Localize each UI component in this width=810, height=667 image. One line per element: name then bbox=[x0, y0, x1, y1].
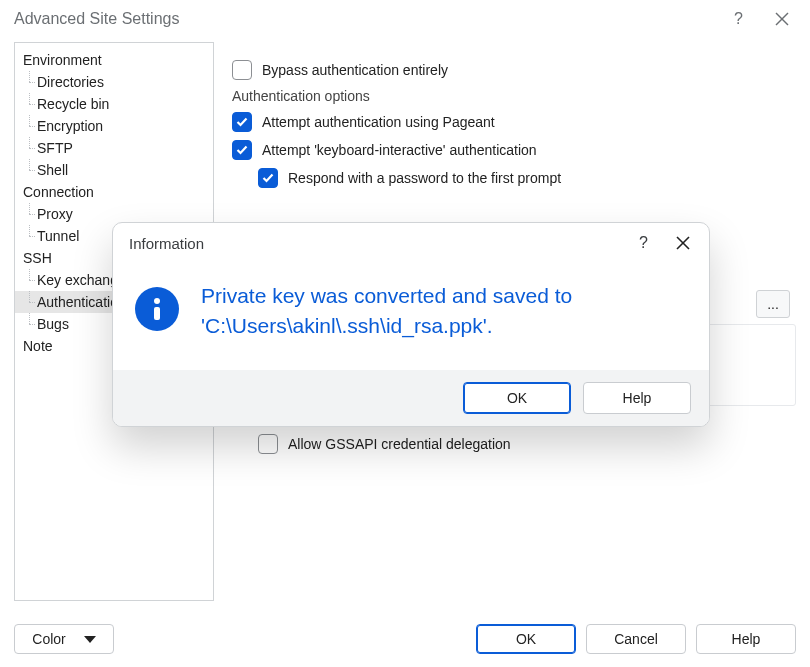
gssapi-deleg-label: Allow GSSAPI credential delegation bbox=[288, 436, 511, 452]
gssapi-deleg-row[interactable]: Allow GSSAPI credential delegation bbox=[232, 434, 790, 454]
pageant-row[interactable]: Attempt authentication using Pageant bbox=[232, 112, 790, 132]
bypass-label: Bypass authentication entirely bbox=[262, 62, 448, 78]
ok-label: OK bbox=[516, 631, 536, 647]
modal-help-button[interactable]: Help bbox=[583, 382, 691, 414]
dialog-button-row: Color OK Cancel Help bbox=[0, 611, 810, 667]
cancel-button[interactable]: Cancel bbox=[586, 624, 686, 654]
close-icon[interactable] bbox=[760, 4, 804, 34]
svg-point-6 bbox=[154, 298, 160, 304]
browse-label: ... bbox=[767, 296, 779, 312]
modal-title: Information bbox=[129, 235, 204, 252]
nav-item-shell[interactable]: Shell bbox=[15, 159, 213, 181]
nav-item-recycle-bin[interactable]: Recycle bin bbox=[15, 93, 213, 115]
svg-text:?: ? bbox=[734, 10, 743, 27]
modal-titlebar: Information ? bbox=[113, 223, 709, 263]
kbi-row[interactable]: Attempt 'keyboard-interactive' authentic… bbox=[232, 140, 790, 160]
info-icon bbox=[135, 287, 179, 331]
svg-rect-7 bbox=[154, 307, 160, 320]
information-dialog: Information ? Private key was converted … bbox=[112, 222, 710, 427]
nav-item-environment[interactable]: Environment bbox=[15, 49, 213, 71]
ok-button[interactable]: OK bbox=[476, 624, 576, 654]
pageant-label: Attempt authentication using Pageant bbox=[262, 114, 495, 130]
keyfile-browse-button[interactable]: ... bbox=[756, 290, 790, 318]
modal-close-icon[interactable] bbox=[663, 228, 703, 258]
color-button[interactable]: Color bbox=[14, 624, 114, 654]
respond-pw-checkbox[interactable] bbox=[258, 168, 278, 188]
modal-ok-button[interactable]: OK bbox=[463, 382, 571, 414]
bypass-row[interactable]: Bypass authentication entirely bbox=[232, 60, 790, 80]
kbi-checkbox[interactable] bbox=[232, 140, 252, 160]
modal-help-icon[interactable]: ? bbox=[623, 228, 663, 258]
modal-ok-label: OK bbox=[507, 390, 527, 406]
window-title: Advanced Site Settings bbox=[14, 10, 179, 28]
modal-button-row: OK Help bbox=[113, 370, 709, 426]
gssapi-deleg-checkbox[interactable] bbox=[258, 434, 278, 454]
nav-item-directories[interactable]: Directories bbox=[15, 71, 213, 93]
modal-body: Private key was converted and saved to '… bbox=[113, 263, 709, 370]
respond-pw-row[interactable]: Respond with a password to the first pro… bbox=[232, 168, 790, 188]
help-button[interactable]: Help bbox=[696, 624, 796, 654]
pageant-checkbox[interactable] bbox=[232, 112, 252, 132]
help-label: Help bbox=[732, 631, 761, 647]
nav-item-sftp[interactable]: SFTP bbox=[15, 137, 213, 159]
advanced-site-settings-window: Advanced Site Settings ? EnvironmentDire… bbox=[0, 0, 810, 667]
auth-options-label: Authentication options bbox=[232, 88, 790, 104]
bypass-checkbox[interactable] bbox=[232, 60, 252, 80]
nav-item-connection[interactable]: Connection bbox=[15, 181, 213, 203]
modal-help-label: Help bbox=[623, 390, 652, 406]
cancel-label: Cancel bbox=[614, 631, 658, 647]
respond-pw-label: Respond with a password to the first pro… bbox=[288, 170, 561, 186]
svg-text:?: ? bbox=[639, 234, 648, 251]
help-icon[interactable]: ? bbox=[716, 4, 760, 34]
color-label: Color bbox=[32, 631, 65, 647]
modal-message: Private key was converted and saved to '… bbox=[201, 281, 681, 342]
titlebar: Advanced Site Settings ? bbox=[0, 0, 810, 38]
nav-item-encryption[interactable]: Encryption bbox=[15, 115, 213, 137]
chevron-down-icon bbox=[84, 636, 96, 643]
kbi-label: Attempt 'keyboard-interactive' authentic… bbox=[262, 142, 537, 158]
